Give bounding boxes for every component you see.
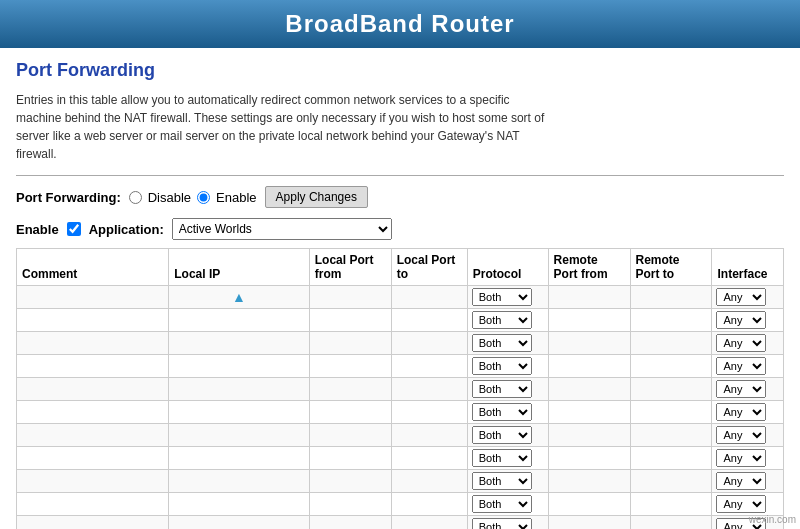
apply-changes-button[interactable]: Apply Changes — [265, 186, 368, 208]
comment-input[interactable] — [21, 474, 164, 489]
remote-port-from-input[interactable] — [553, 382, 626, 397]
local-port-from-input[interactable] — [314, 451, 387, 466]
localip-input[interactable] — [173, 336, 305, 351]
remote-port-from-input[interactable] — [553, 428, 626, 443]
local-port-from-input[interactable] — [314, 497, 387, 512]
local-port-from-input[interactable] — [314, 428, 387, 443]
localip-input[interactable] — [173, 313, 305, 328]
protocol-select[interactable]: BothTCPUDP — [472, 449, 532, 467]
protocol-select[interactable]: BothTCPUDP — [472, 357, 532, 375]
remote-port-to-input[interactable] — [635, 497, 708, 512]
interface-select[interactable]: AnyWANLAN — [716, 334, 766, 352]
remote-port-from-cell — [548, 516, 630, 530]
comment-input[interactable] — [21, 497, 164, 512]
local-port-from-input[interactable] — [314, 520, 387, 530]
interface-select[interactable]: AnyWANLAN — [716, 403, 766, 421]
remote-port-from-input[interactable] — [553, 359, 626, 374]
remote-port-to-input[interactable] — [635, 520, 708, 530]
remote-port-from-input[interactable] — [553, 520, 626, 530]
enable-radio[interactable] — [197, 191, 210, 204]
interface-select[interactable]: AnyWANLAN — [716, 380, 766, 398]
local-port-from-input[interactable] — [314, 405, 387, 420]
protocol-select[interactable]: BothTCPUDP — [472, 518, 532, 529]
local-port-to-input[interactable] — [396, 474, 463, 489]
protocol-select[interactable]: BothTCPUDP — [472, 472, 532, 490]
interface-select[interactable]: AnyWANLAN — [716, 311, 766, 329]
local-port-from-input[interactable] — [314, 290, 387, 305]
localip-input[interactable] — [173, 474, 305, 489]
remote-port-from-input[interactable] — [553, 474, 626, 489]
interface-select[interactable]: AnyWANLAN — [716, 449, 766, 467]
protocol-select[interactable]: BothTCPUDP — [472, 426, 532, 444]
remote-port-from-input[interactable] — [553, 497, 626, 512]
remote-port-to-input[interactable] — [635, 382, 708, 397]
local-port-to-input[interactable] — [396, 520, 463, 530]
remote-port-to-input[interactable] — [635, 336, 708, 351]
localip-input[interactable] — [173, 428, 305, 443]
localip-input[interactable] — [173, 497, 305, 512]
comment-cell — [17, 447, 169, 470]
localip-input[interactable] — [173, 520, 305, 530]
comment-input[interactable] — [21, 313, 164, 328]
enable-checkbox[interactable] — [67, 222, 81, 236]
remote-port-to-input[interactable] — [635, 359, 708, 374]
comment-input[interactable] — [21, 290, 164, 305]
local-port-to-input[interactable] — [396, 313, 463, 328]
interface-cell: AnyWANLAN — [712, 378, 784, 401]
local-port-to-input[interactable] — [396, 336, 463, 351]
interface-select[interactable]: AnyWANLAN — [716, 288, 766, 306]
remote-port-to-input[interactable] — [635, 474, 708, 489]
protocol-select[interactable]: BothTCPUDP — [472, 288, 532, 306]
local-port-to-input[interactable] — [396, 497, 463, 512]
comment-input[interactable] — [21, 405, 164, 420]
application-select[interactable]: Active Worlds AIM Talk DNS FTP HTTP HTTP… — [172, 218, 392, 240]
local-port-to-input[interactable] — [396, 359, 463, 374]
localip-input[interactable] — [173, 359, 305, 374]
local-port-to-input[interactable] — [396, 405, 463, 420]
interface-select[interactable]: AnyWANLAN — [716, 495, 766, 513]
localip-input[interactable] — [173, 405, 305, 420]
comment-input[interactable] — [21, 382, 164, 397]
remote-port-to-input[interactable] — [635, 428, 708, 443]
local-port-from-input[interactable] — [314, 382, 387, 397]
remote-port-from-input[interactable] — [553, 290, 626, 305]
local-port-from-input[interactable] — [314, 313, 387, 328]
protocol-select[interactable]: BothTCPUDP — [472, 380, 532, 398]
local-port-to-input[interactable] — [396, 451, 463, 466]
interface-select[interactable]: AnyWANLAN — [716, 472, 766, 490]
protocol-select[interactable]: BothTCPUDP — [472, 311, 532, 329]
localip-input[interactable] — [173, 451, 305, 466]
local-port-to-input[interactable] — [396, 290, 463, 305]
localip-input[interactable] — [173, 382, 305, 397]
interface-select[interactable]: AnyWANLAN — [716, 357, 766, 375]
local-port-from-cell — [309, 332, 391, 355]
protocol-select[interactable]: BothTCPUDP — [472, 403, 532, 421]
comment-input[interactable] — [21, 428, 164, 443]
remote-port-to-input[interactable] — [635, 451, 708, 466]
comment-cell — [17, 516, 169, 530]
comment-input[interactable] — [21, 451, 164, 466]
remote-port-from-input[interactable] — [553, 405, 626, 420]
local-port-to-input[interactable] — [396, 382, 463, 397]
remote-port-from-input[interactable] — [553, 336, 626, 351]
comment-input[interactable] — [21, 336, 164, 351]
disable-radio[interactable] — [129, 191, 142, 204]
remote-port-from-cell — [548, 493, 630, 516]
remote-port-from-input[interactable] — [553, 313, 626, 328]
local-port-from-input[interactable] — [314, 336, 387, 351]
local-port-from-input[interactable] — [314, 474, 387, 489]
remote-port-to-input[interactable] — [635, 313, 708, 328]
comment-input[interactable] — [21, 359, 164, 374]
remote-port-to-input[interactable] — [635, 290, 708, 305]
protocol-select[interactable]: BothTCPUDP — [472, 495, 532, 513]
remote-port-to-input[interactable] — [635, 405, 708, 420]
interface-select[interactable]: AnyWANLAN — [716, 426, 766, 444]
protocol-select[interactable]: BothTCPUDP — [472, 334, 532, 352]
comment-input[interactable] — [21, 520, 164, 530]
remote-port-to-cell — [630, 286, 712, 309]
remote-port-from-cell — [548, 424, 630, 447]
remote-port-from-input[interactable] — [553, 451, 626, 466]
local-port-from-input[interactable] — [314, 359, 387, 374]
local-port-to-input[interactable] — [396, 428, 463, 443]
comment-cell — [17, 378, 169, 401]
